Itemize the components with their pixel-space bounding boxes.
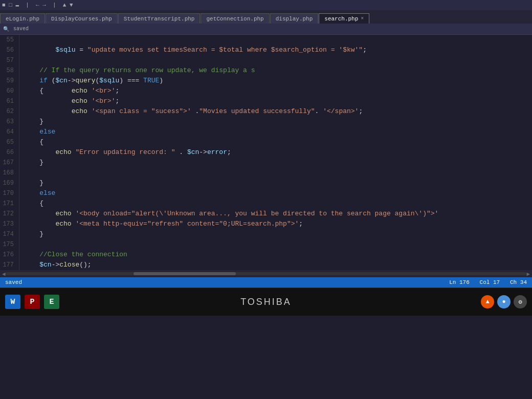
line-number: 63 (0, 117, 19, 127)
line-content: //Close the connection (19, 250, 532, 260)
chrome-icon[interactable]: ● (497, 295, 511, 308)
code-line-173: 173 echo '<meta http-equiv="refresh" con… (0, 219, 532, 229)
code-line-58: 58 // If the query returns one row updat… (0, 65, 532, 76)
code-line-169: 169 } (0, 178, 532, 188)
horizontal-scrollbar[interactable]: ◀ ▶ (0, 270, 532, 277)
line-content: $cn->close(); (19, 260, 532, 270)
taskbar-powerpoint-icon[interactable]: P (25, 295, 40, 309)
tab-search[interactable]: search.php × (319, 13, 369, 24)
code-line-176: 176 //Close the connection (0, 250, 532, 260)
tab-elogin[interactable]: eLogin.php (0, 13, 45, 24)
code-line-171: 171 { (0, 198, 532, 209)
line-number: 60 (0, 86, 19, 96)
taskbar-right-icons: ▲ ● ⚙ (481, 295, 527, 308)
line-number: 62 (0, 106, 19, 117)
code-line-66: 66 echo "Error updating record: " . $cn-… (0, 147, 532, 158)
code-line-64: 64 else (0, 127, 532, 137)
line-content: else (19, 188, 532, 198)
line-number: 64 (0, 127, 19, 137)
line-number: 176 (0, 250, 19, 260)
tab-getconnection[interactable]: getConnection.php (201, 13, 269, 24)
line-number: 58 (0, 65, 19, 76)
close-icon[interactable]: × (361, 16, 364, 21)
line-content: { (19, 198, 532, 209)
scroll-left-btn[interactable]: ◀ (2, 271, 6, 277)
line-number: 177 (0, 260, 19, 270)
firefox-icon[interactable]: ▲ (481, 295, 494, 308)
line-content (19, 168, 532, 178)
code-line-177: 177 $cn->close(); (0, 260, 532, 270)
line-number: 56 (0, 45, 19, 55)
code-line-174: 174 } (0, 229, 532, 239)
scroll-right-btn[interactable]: ▶ (526, 271, 530, 277)
line-number: 66 (0, 147, 19, 158)
line-content: else (19, 127, 532, 137)
line-number: 172 (0, 209, 19, 219)
settings-icon[interactable]: ⚙ (514, 295, 527, 308)
tab-studenttranscript[interactable]: StudentTranscript.php (118, 13, 201, 24)
line-content: echo '<span class = "sucess">' ."Movies … (19, 106, 532, 117)
status-saved: saved (5, 279, 22, 285)
code-line-59: 59 if ($cn->query($sqlu) === TRUE) (0, 76, 532, 86)
line-content: $sqlu = "update movies set timesSearch =… (19, 45, 532, 55)
code-line-62: 62 echo '<span class = "sucess">' ."Movi… (0, 106, 532, 117)
line-number: 57 (0, 55, 19, 65)
toolbar-icons: ■ □ ▬ | ← → | ▲ ▼ (2, 2, 73, 8)
scroll-track[interactable] (6, 272, 527, 275)
line-number: 167 (0, 158, 19, 168)
code-line-172: 172 echo '<body onload="alert(\'Unknown … (0, 209, 532, 219)
line-content (19, 55, 532, 65)
code-line-168: 168 (0, 168, 532, 178)
code-line-167: 167 } (0, 158, 532, 168)
status-position: Ln 176 Col 17 Ch 34 (449, 279, 527, 285)
line-content: { echo '<br>'; (19, 86, 532, 96)
code-editor: 55 56 $sqlu = "update movies set timesSe… (0, 35, 532, 270)
scroll-handle[interactable] (134, 272, 236, 275)
taskbar: W P E TOSHIBA ▲ ● ⚙ (0, 287, 532, 316)
code-line-175: 175 (0, 239, 532, 250)
line-content (19, 35, 532, 45)
code-line-63: 63 } (0, 117, 532, 127)
line-number: 170 (0, 188, 19, 198)
line-content: echo "Error updating record: " . $cn->er… (19, 147, 532, 158)
toolbar-text: saved (13, 26, 29, 32)
second-toolbar: 🔍 saved (0, 24, 532, 35)
line-content: if ($cn->query($sqlu) === TRUE) (19, 76, 532, 86)
line-number: 175 (0, 239, 19, 250)
top-toolbar: ■ □ ▬ | ← → | ▲ ▼ (0, 0, 532, 10)
line-content: } (19, 178, 532, 188)
code-line-56: 56 $sqlu = "update movies set timesSearc… (0, 45, 532, 55)
line-content: { (19, 137, 532, 147)
line-content: } (19, 158, 532, 168)
line-number: 174 (0, 229, 19, 239)
toolbar-search-icon: 🔍 (3, 26, 9, 32)
line-content: } (19, 229, 532, 239)
line-number: 168 (0, 168, 19, 178)
code-line-61: 61 echo '<br>'; (0, 96, 532, 106)
code-line-60: 60 { echo '<br>'; (0, 86, 532, 96)
screen: ■ □ ▬ | ← → | ▲ ▼ eLogin.php DisplayCour… (0, 0, 532, 399)
line-number: 55 (0, 35, 19, 45)
line-content: echo '<body onload="alert(\'Unknown area… (19, 209, 532, 219)
tab-display[interactable]: display.php (270, 13, 319, 24)
line-content: // If the query returns one row update, … (19, 65, 532, 76)
line-number: 169 (0, 178, 19, 188)
status-bar: saved Ln 176 Col 17 Ch 34 (0, 277, 532, 287)
taskbar-excel-icon[interactable]: E (44, 295, 59, 309)
code-line-55: 55 (0, 35, 532, 45)
taskbar-word-icon[interactable]: W (5, 295, 20, 309)
line-number: 59 (0, 76, 19, 86)
tab-bar: eLogin.php DisplayCourses.php StudentTra… (0, 10, 532, 24)
line-content (19, 239, 532, 250)
line-number: 173 (0, 219, 19, 229)
code-line-65: 65 { (0, 137, 532, 147)
tab-displaycourses[interactable]: DisplayCourses.php (46, 13, 118, 24)
line-content: echo '<br>'; (19, 96, 532, 106)
taskbar-left-icons: W P E (5, 295, 61, 309)
line-content: echo '<meta http-equiv="refresh" content… (19, 219, 532, 229)
code-line-170: 170 else (0, 188, 532, 198)
line-number: 65 (0, 137, 19, 147)
brand-logo: TOSHIBA (240, 297, 292, 307)
line-number: 61 (0, 96, 19, 106)
code-line-57: 57 (0, 55, 532, 65)
